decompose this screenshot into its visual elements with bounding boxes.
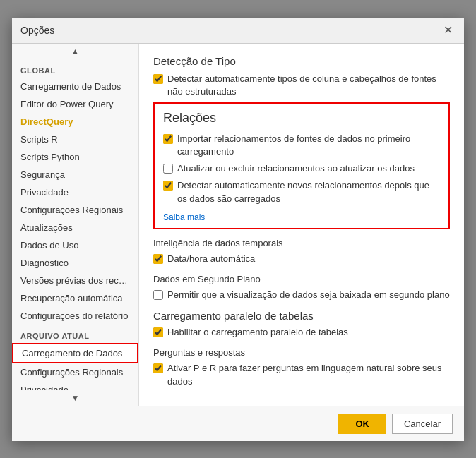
sidebar-item-diagnostico[interactable]: Diagnóstico	[12, 254, 138, 272]
check-detecao-tipo-label[interactable]: Detectar automaticamente tipos de coluna…	[167, 73, 450, 98]
sidebar-item-carregamento-dados-global[interactable]: Carregamento de Dados	[12, 78, 138, 95]
inteligencia-title: Inteligência de dados temporais	[153, 238, 450, 248]
check-data-hora-row: Data/hora automática	[153, 253, 450, 265]
check-data-hora[interactable]	[153, 254, 163, 264]
sidebar-item-config-regionais-global[interactable]: Configurações Regionais	[12, 201, 138, 219]
dialog-title: Opções	[20, 25, 54, 36]
sidebar-item-scripts-r[interactable]: Scripts R	[12, 131, 138, 148]
dialog-footer: OK Cancelar	[12, 406, 464, 441]
segundo-plano-title: Dados em Segundo Plano	[153, 274, 450, 284]
check-importar-label[interactable]: Importar relacionamentos de fontes de da…	[177, 133, 440, 158]
cancel-button[interactable]: Cancelar	[392, 414, 453, 434]
ok-button[interactable]: OK	[338, 414, 386, 434]
scroll-down-button[interactable]: ▼	[12, 390, 138, 406]
check-importar-row: Importar relacionamentos de fontes de da…	[163, 133, 440, 158]
check-perguntas[interactable]	[153, 363, 163, 373]
dialog-body: ▲ GLOBAL Carregamento de Dados Editor do…	[12, 44, 464, 406]
sidebar-item-scripts-python[interactable]: Scripts Python	[12, 148, 138, 166]
sidebar-item-directquery[interactable]: DirectQuery	[12, 113, 138, 131]
check-detectar-novos-label[interactable]: Detectar automaticamente novos relaciona…	[177, 179, 440, 205]
sidebar-item-editor-power-query[interactable]: Editor do Power Query	[12, 95, 138, 113]
sidebar-item-versoes-previas[interactable]: Versões prévias dos recursos	[12, 272, 138, 289]
sidebar: ▲ GLOBAL Carregamento de Dados Editor do…	[12, 44, 139, 406]
sidebar-item-recuperacao-auto-global[interactable]: Recuperação automática	[12, 289, 138, 307]
check-segundo-plano-label[interactable]: Permitir que a visualização de dados sej…	[167, 289, 450, 301]
check-atualizar-row: Atualizar ou excluir relacionamentos ao …	[163, 162, 440, 175]
check-paralelo[interactable]	[153, 327, 163, 337]
relations-title: Relações	[163, 111, 440, 126]
check-segundo-plano-row: Permitir que a visualização de dados sej…	[153, 289, 450, 301]
sidebar-item-seguranca[interactable]: Segurança	[12, 166, 138, 183]
arquivo-section-header: ARQUIVO ATUAL	[12, 325, 138, 343]
check-perguntas-row: Ativar P e R para fazer perguntas em lin…	[153, 362, 450, 387]
sidebar-item-privacidade-global[interactable]: Privacidade	[12, 183, 138, 201]
relations-box: Relações Importar relacionamentos de fon…	[153, 102, 450, 229]
check-importar-relacionamentos[interactable]	[163, 134, 173, 144]
check-perguntas-label[interactable]: Ativar P e R para fazer perguntas em lin…	[167, 362, 450, 387]
sidebar-item-privacidade-arquivo[interactable]: Privacidade	[12, 381, 138, 390]
carregamento-paralelo-title: Carregamento paralelo de tabelas	[153, 310, 450, 322]
check-atualizar-label[interactable]: Atualizar ou excluir relacionamentos ao …	[177, 162, 415, 175]
sidebar-scroll: GLOBAL Carregamento de Dados Editor do P…	[12, 59, 138, 390]
global-section-header: GLOBAL	[12, 59, 138, 78]
check-data-hora-label[interactable]: Data/hora automática	[167, 253, 255, 265]
check-detectar-novos[interactable]	[163, 181, 173, 191]
close-button[interactable]: ✕	[441, 23, 456, 37]
saiba-mais-link[interactable]: Saiba mais	[163, 212, 205, 222]
check-paralelo-row: Habilitar o carregamento paralelo de tab…	[153, 326, 450, 339]
check-detectar-novos-row: Detectar automaticamente novos relaciona…	[163, 179, 440, 205]
detecao-tipo-title: Detecção de Tipo	[153, 55, 450, 67]
sidebar-item-dados-uso[interactable]: Dados de Uso	[12, 236, 138, 254]
sidebar-item-config-relatorio[interactable]: Configurações do relatório	[12, 307, 138, 325]
options-dialog: Opções ✕ ▲ GLOBAL Carregamento de Dados …	[12, 18, 464, 441]
check-atualizar-relacionamentos[interactable]	[163, 164, 173, 174]
check-detecao-tipo[interactable]	[153, 74, 163, 84]
check-detecao-tipo-row: Detectar automaticamente tipos de coluna…	[153, 73, 450, 98]
perguntas-title: Perguntas e respostas	[153, 347, 450, 358]
check-paralelo-label[interactable]: Habilitar o carregamento paralelo de tab…	[167, 326, 348, 339]
scroll-up-button[interactable]: ▲	[12, 44, 138, 59]
check-segundo-plano[interactable]	[153, 290, 163, 300]
sidebar-item-atualizacoes[interactable]: Atualizações	[12, 219, 138, 236]
sidebar-item-carregamento-dados-arquivo[interactable]: Carregamento de Dados	[12, 343, 138, 363]
sidebar-item-config-regionais-arquivo[interactable]: Configurações Regionais	[12, 363, 138, 381]
titlebar: Opções ✕	[12, 18, 464, 44]
main-content: Detecção de Tipo Detectar automaticament…	[139, 44, 464, 406]
